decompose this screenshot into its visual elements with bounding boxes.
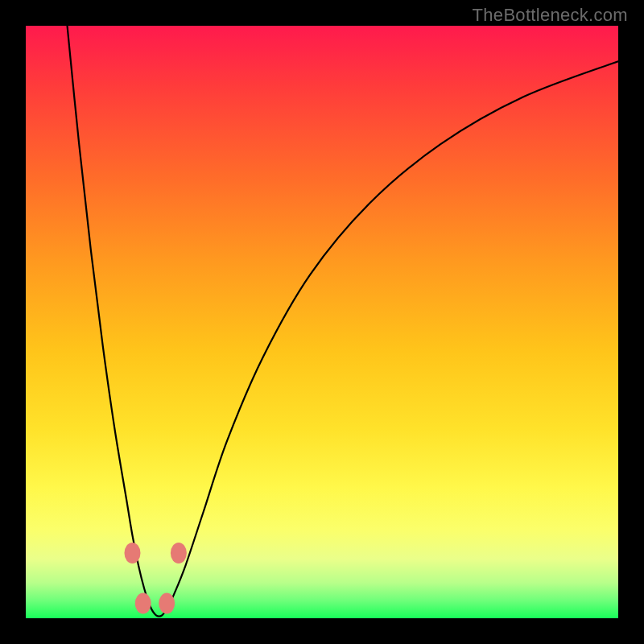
marker-dot-0 <box>124 543 140 564</box>
bottleneck-curve <box>68 26 618 617</box>
chart-frame: TheBottleneck.com <box>0 0 644 644</box>
curve-svg <box>26 26 618 618</box>
watermark-text: TheBottleneck.com <box>473 5 628 26</box>
marker-dot-1 <box>135 593 151 614</box>
curve-markers <box>124 543 186 614</box>
plot-area <box>26 26 618 618</box>
marker-dot-3 <box>171 543 187 564</box>
marker-dot-2 <box>159 593 175 614</box>
